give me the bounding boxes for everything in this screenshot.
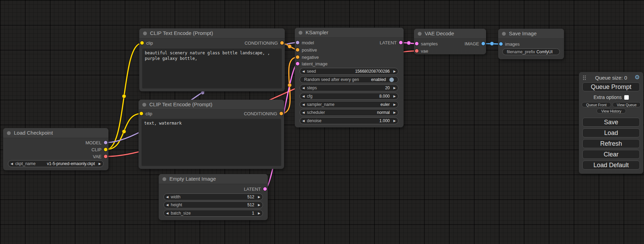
output-slot-latent[interactable]: LATENT [380, 39, 403, 46]
right-arrow-icon[interactable]: ▶ [391, 86, 398, 90]
latent-slot-dot[interactable] [415, 42, 418, 45]
right-arrow-icon[interactable]: ▶ [256, 203, 263, 207]
left-arrow-icon[interactable]: ◀ [8, 162, 15, 165]
output-slot-model[interactable]: MODEL [86, 139, 107, 146]
input-slot-latent-image[interactable]: latent_image [296, 60, 327, 67]
scheduler-widget[interactable]: ◀ scheduler normal ▶ [300, 109, 398, 116]
queue-panel[interactable]: Queue size: 0 ⚙ Queue Prompt Extra optio… [579, 72, 643, 174]
steps-widget[interactable]: ◀ steps 20 ▶ [300, 84, 398, 91]
image-slot-dot[interactable] [482, 42, 485, 45]
right-arrow-icon[interactable]: ▶ [391, 111, 398, 114]
prompt-textarea[interactable]: beautiful scenery nature glass bottle la… [142, 48, 282, 89]
clip-slot-dot[interactable] [104, 148, 107, 151]
left-arrow-icon[interactable]: ◀ [164, 203, 171, 207]
height-widget[interactable]: ◀ height 512 ▶ [164, 201, 263, 208]
ckpt-name-widget[interactable]: ◀ ckpt_name v1-5-pruned-emaonly.ckpt ▶ [8, 160, 104, 167]
width-widget[interactable]: ◀ width 512 ▶ [164, 193, 263, 200]
view-history-button[interactable]: View History [597, 108, 626, 114]
input-slot-samples[interactable]: samples [415, 40, 438, 47]
queue-front-button[interactable]: Queue Front [582, 102, 611, 107]
input-slot-positive[interactable]: positive [296, 46, 317, 53]
node-vae-decode[interactable]: VAE Decode samples IMAGE vae [414, 29, 486, 54]
node-clip-text-encode-negative[interactable]: CLIP Text Encode (Prompt) clip CONDITION… [139, 100, 284, 169]
vae-slot-dot[interactable] [415, 49, 418, 53]
left-arrow-icon[interactable]: ◀ [300, 103, 307, 106]
queue-prompt-button[interactable]: Queue Prompt [582, 82, 640, 91]
left-arrow-icon[interactable]: ◀ [300, 70, 307, 73]
node-title-bar[interactable]: CLIP Text Encode (Prompt) [139, 28, 285, 38]
model-slot-dot[interactable] [104, 141, 107, 144]
conditioning-slot-dot[interactable] [296, 48, 299, 52]
latent-slot-dot[interactable] [263, 187, 267, 191]
input-slot-vae[interactable]: vae [415, 47, 428, 54]
latent-slot-dot[interactable] [296, 62, 299, 65]
input-slot-model[interactable]: model [296, 39, 314, 46]
output-slot-clip[interactable]: CLIP [91, 146, 107, 153]
sampler-name-widget[interactable]: ◀ sampler_name euler ▶ [300, 101, 398, 108]
left-arrow-icon[interactable]: ◀ [164, 211, 171, 215]
clip-slot-dot[interactable] [140, 41, 144, 45]
node-clip-text-encode-positive[interactable]: CLIP Text Encode (Prompt) clip CONDITION… [139, 28, 285, 91]
view-queue-button[interactable]: View Queue [612, 102, 641, 107]
denoise-widget[interactable]: ◀ denoise 1.000 ▶ [300, 117, 398, 124]
input-slot-clip[interactable]: clip [140, 39, 153, 46]
output-slot-conditioning[interactable]: CONDITIONING [245, 39, 284, 46]
left-arrow-icon[interactable]: ◀ [300, 119, 307, 123]
conditioning-slot-dot[interactable] [296, 55, 299, 59]
random-seed-toggle-widget[interactable]: Random seed after every gen enabled [300, 76, 398, 83]
input-slot-negative[interactable]: negative [296, 54, 319, 61]
right-arrow-icon[interactable]: ▶ [96, 162, 103, 165]
right-arrow-icon[interactable]: ▶ [391, 70, 398, 73]
load-default-button[interactable]: Load Default [582, 161, 640, 170]
refresh-button[interactable]: Refresh [582, 139, 640, 148]
left-arrow-icon[interactable]: ◀ [300, 94, 307, 98]
latent-slot-dot[interactable] [399, 41, 403, 44]
output-slot-image[interactable]: IMAGE [465, 40, 485, 47]
node-title-bar[interactable]: CLIP Text Encode (Prompt) [139, 100, 284, 110]
output-slot-latent[interactable]: LATENT [244, 186, 267, 192]
save-button[interactable]: Save [582, 118, 640, 127]
input-slot-images[interactable]: images [499, 40, 520, 47]
node-title-bar[interactable]: Save Image [498, 29, 564, 39]
conditioning-slot-dot[interactable] [280, 112, 283, 115]
gear-icon[interactable]: ⚙ [635, 74, 640, 81]
node-empty-latent-image[interactable]: Empty Latent Image LATENT ◀ width 512 ▶ … [159, 174, 268, 220]
node-save-image[interactable]: Save Image images filename_prefix ComfyU… [498, 29, 564, 59]
filename-prefix-widget[interactable]: filename_prefix ComfyUI [502, 48, 560, 55]
vae-slot-dot[interactable] [104, 155, 107, 158]
model-slot-dot[interactable] [296, 41, 299, 44]
left-arrow-icon[interactable]: ◀ [300, 111, 307, 114]
widget-label: width [171, 195, 180, 199]
image-slot-dot[interactable] [499, 42, 503, 46]
seed-widget[interactable]: ◀ seed 156680208700286 ▶ [300, 68, 398, 75]
right-arrow-icon[interactable]: ▶ [391, 103, 398, 106]
slot-label: images [505, 42, 520, 47]
input-slot-clip[interactable]: clip [140, 110, 152, 117]
conditioning-slot-dot[interactable] [280, 41, 284, 45]
node-graph-canvas[interactable]: Load Checkpoint MODEL CLIP VAE ◀ ckpt_na… [0, 0, 644, 244]
node-title-bar[interactable]: Empty Latent Image [159, 174, 268, 184]
right-arrow-icon[interactable]: ▶ [391, 119, 398, 123]
node-title-bar[interactable]: VAE Decode [414, 29, 486, 39]
prompt-textarea[interactable]: text, watermark [141, 119, 281, 166]
toggle-enabled-icon[interactable] [389, 78, 394, 82]
node-status-dot [418, 32, 422, 36]
right-arrow-icon[interactable]: ▶ [256, 195, 263, 199]
node-ksampler[interactable]: KSampler model LATENT positive negative … [295, 28, 404, 127]
left-arrow-icon[interactable]: ◀ [164, 195, 171, 199]
output-slot-conditioning[interactable]: CONDITIONING [244, 110, 283, 117]
queue-panel-header[interactable]: Queue size: 0 ⚙ [579, 74, 643, 82]
node-title-bar[interactable]: Load Checkpoint [3, 128, 108, 138]
output-slot-vae[interactable]: VAE [93, 153, 107, 160]
clip-slot-dot[interactable] [140, 112, 143, 115]
right-arrow-icon[interactable]: ▶ [391, 94, 398, 98]
load-button[interactable]: Load [582, 128, 640, 137]
cfg-widget[interactable]: ◀ cfg 8.000 ▶ [300, 93, 398, 100]
clear-button[interactable]: Clear [582, 150, 640, 159]
extra-options-checkbox[interactable] [624, 95, 629, 100]
node-load-checkpoint[interactable]: Load Checkpoint MODEL CLIP VAE ◀ ckpt_na… [3, 128, 108, 170]
node-title-bar[interactable]: KSampler [295, 28, 404, 38]
batch-size-widget[interactable]: ◀ batch_size 1 ▶ [164, 210, 263, 217]
left-arrow-icon[interactable]: ◀ [300, 86, 307, 90]
right-arrow-icon[interactable]: ▶ [256, 211, 263, 215]
